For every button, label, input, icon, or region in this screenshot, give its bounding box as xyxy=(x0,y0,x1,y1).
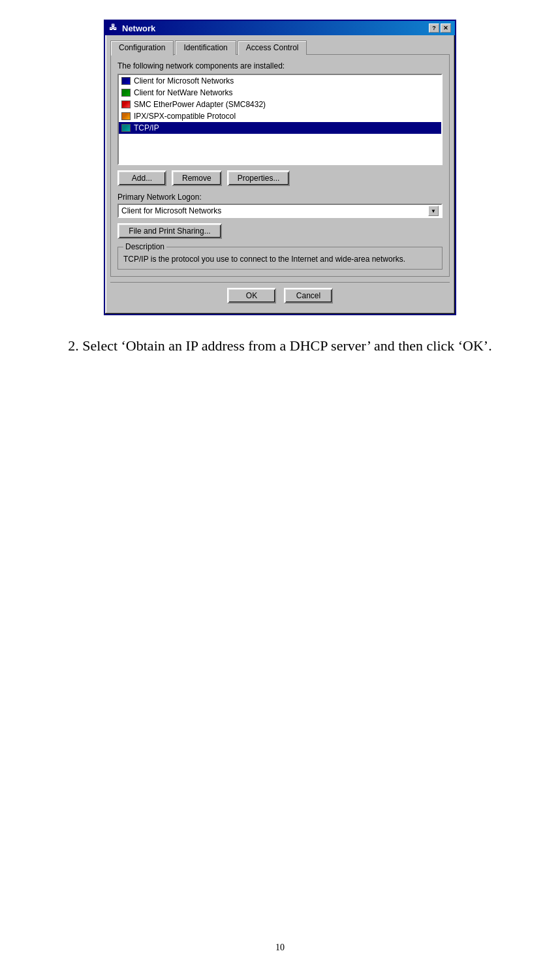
network-dialog: 🖧 Network ? ✕ Configuration Identificati… xyxy=(104,20,456,315)
list-item-smc-adapter[interactable]: SMC EtherPower Adapter (SMC8432) xyxy=(119,99,441,110)
remove-button[interactable]: Remove xyxy=(172,170,222,186)
tab-configuration[interactable]: Configuration xyxy=(110,40,174,55)
tab-identification[interactable]: Identification xyxy=(175,40,236,55)
close-button[interactable]: ✕ xyxy=(441,23,451,33)
page-content: 🖧 Network ? ✕ Configuration Identificati… xyxy=(0,0,560,369)
components-listbox[interactable]: Client for Microsoft Networks Client for… xyxy=(117,74,443,165)
list-item-ipx-protocol[interactable]: IPX/SPX-compatible Protocol xyxy=(119,110,441,122)
components-label: The following network components are ins… xyxy=(117,61,443,70)
tab-content-configuration: The following network components are ins… xyxy=(110,54,450,277)
help-button[interactable]: ? xyxy=(429,23,439,33)
dropdown-arrow-icon: ▼ xyxy=(428,206,439,216)
add-button[interactable]: Add... xyxy=(117,170,166,186)
list-item-ms-networks[interactable]: Client for Microsoft Networks xyxy=(119,75,441,87)
nw-networks-label: Client for NetWare Networks xyxy=(134,88,233,97)
ms-networks-icon xyxy=(121,76,131,86)
ok-button[interactable]: OK xyxy=(227,288,276,304)
ipx-icon xyxy=(121,111,131,121)
primary-logon-value: Client for Microsoft Networks xyxy=(121,206,221,215)
tcp-label: TCP/IP xyxy=(134,123,159,132)
description-legend: Description xyxy=(123,242,166,251)
cancel-button[interactable]: Cancel xyxy=(284,288,333,304)
primary-logon-dropdown[interactable]: Client for Microsoft Networks ▼ xyxy=(117,204,443,218)
dialog-title: Network xyxy=(122,23,155,33)
file-print-button[interactable]: File and Print Sharing... xyxy=(117,223,222,239)
tab-access-control[interactable]: Access Control xyxy=(238,40,307,55)
tcp-icon xyxy=(121,123,131,133)
page-number: 10 xyxy=(275,943,285,953)
properties-button[interactable]: Properties... xyxy=(227,170,290,186)
titlebar-buttons: ? ✕ xyxy=(429,23,451,33)
dialog-icon: 🖧 xyxy=(109,23,119,33)
step-text: Select ‘Obtain an IP address from a DHCP… xyxy=(82,337,491,354)
dialog-titlebar: 🖧 Network ? ✕ xyxy=(105,21,455,35)
smc-adapter-icon xyxy=(121,99,131,110)
file-print-section: File and Print Sharing... xyxy=(117,223,443,239)
description-group: Description TCP/IP is the protocol you u… xyxy=(117,247,443,270)
nw-networks-icon xyxy=(121,87,131,98)
ms-networks-label: Client for Microsoft Networks xyxy=(134,76,234,86)
smc-adapter-label: SMC EtherPower Adapter (SMC8432) xyxy=(134,100,266,109)
list-item-tcp-ip[interactable]: TCP/IP xyxy=(119,122,441,134)
dialog-body: Configuration Identification Access Cont… xyxy=(105,35,455,314)
ipx-label: IPX/SPX-compatible Protocol xyxy=(134,112,236,121)
tab-bar: Configuration Identification Access Cont… xyxy=(110,40,450,55)
description-text: TCP/IP is the protocol you use to connec… xyxy=(123,254,437,265)
step-number: 2. xyxy=(68,337,79,354)
component-buttons: Add... Remove Properties... xyxy=(117,170,443,186)
instruction-text: 2. Select ‘Obtain an IP address from a D… xyxy=(55,335,505,356)
titlebar-title-group: 🖧 Network xyxy=(109,23,155,33)
dialog-bottom-buttons: OK Cancel xyxy=(110,282,450,309)
primary-logon-label: Primary Network Logon: xyxy=(117,193,443,202)
list-item-nw-networks[interactable]: Client for NetWare Networks xyxy=(119,87,441,99)
